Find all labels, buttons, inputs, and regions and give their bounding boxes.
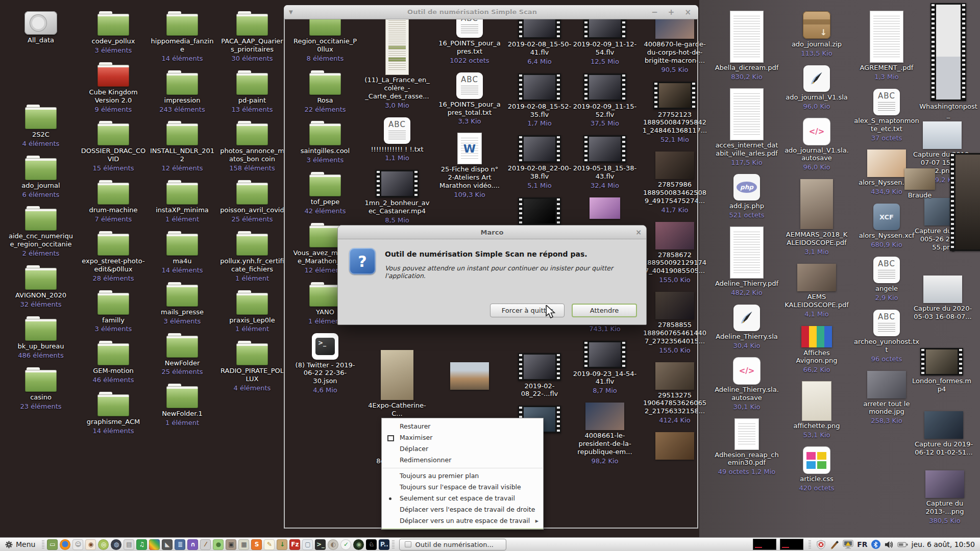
molecules-icon[interactable]: ● (213, 539, 224, 550)
desktop-icon[interactable]: GEM-motion46 éléments (92, 341, 134, 384)
unity-icon[interactable]: ◣ (162, 539, 173, 550)
context-menu-item[interactable]: Toujours sur l'espace de travail visible (382, 482, 543, 493)
desktop-icon[interactable]: 2019-02-09_11-15-52.flv37,5 Mio (572, 73, 638, 128)
desktop-icon[interactable]: affichette.png53,1 Kio (794, 382, 840, 439)
desktop-icon[interactable]: ma4u14 éléments (161, 231, 203, 274)
wait-button[interactable]: Attendre (572, 304, 637, 317)
desktop-icon[interactable]: mails_presse3 éléments (161, 282, 204, 325)
shield-error-icon[interactable] (816, 540, 826, 549)
desktop-icon[interactable]: saintgilles.cool3 éléments (301, 121, 350, 164)
desktop-icon[interactable]: 27752123 188950084795842 1_248461368117.… (642, 82, 707, 144)
desktop-icon[interactable]: 2019-09-23_14-54-41.flv8,7 Mio (572, 341, 638, 395)
desktop-icon[interactable]: Affiches Avignon.png66,2 Kio (784, 326, 849, 374)
desktop-icon[interactable]: article.css420 octets (799, 447, 834, 492)
context-menu-item[interactable]: Maximiser (382, 432, 543, 443)
desktop-icon[interactable]: ado_journal_V1.sla96,0 Kio (786, 65, 848, 111)
desktop-icon[interactable] (450, 362, 489, 390)
desktop-icon[interactable]: INSTALL_NDLR_201212 éléments (150, 121, 215, 172)
firefox-icon[interactable] (60, 539, 70, 550)
horse-icon[interactable]: ♘ (366, 539, 377, 550)
paintbrush-icon[interactable] (829, 540, 839, 549)
context-menu-cutoff-item[interactable] (382, 528, 543, 530)
desktop-icon[interactable]: Capture du 2019-06-12 01-02-51... (913, 411, 975, 457)
desktop-icon[interactable]: instaXP_minima1 élément (156, 180, 209, 223)
desktop-icon[interactable] (590, 197, 620, 219)
desktop-icon[interactable]: 4008670-le-garde-du-corps-hot-de-brigitt… (642, 11, 707, 74)
desktop-icon[interactable] (954, 153, 980, 251)
dialog-close-icon[interactable]: × (631, 228, 646, 236)
desktop-icon[interactable]: Rosa22 éléments (304, 70, 346, 114)
desktop-icon[interactable]: 2019-02-08_22-...flv (507, 353, 572, 398)
file-drawer-icon[interactable]: ▤ (124, 539, 134, 550)
desktop-icon[interactable]: impression243 éléments (159, 70, 205, 114)
desktop-icon[interactable]: Cube Kingdom Version 2.09 éléments (81, 62, 146, 114)
desktop-icon[interactable]: W25-Fiche dispo n° 2-Ateliers Art Marath… (437, 133, 502, 199)
desktop-icon[interactable]: NewFolder.11 élément (162, 384, 203, 427)
music-player-icon[interactable]: ♫ (136, 539, 147, 550)
panel-grip[interactable] (392, 540, 395, 548)
dialog-titlebar[interactable]: Marco × (338, 226, 646, 239)
desktop-icon[interactable]: 2019-02-08_15-52-35.flv1,7 Mio (507, 73, 572, 128)
volume-icon[interactable] (884, 540, 894, 549)
desktop-icon[interactable] (655, 432, 694, 460)
desktop-icon[interactable]: acces_internet_databit_ville_arles.pdf11… (714, 89, 779, 167)
desktop-icon[interactable]: PACA_AAP_Quariers_prioritaires30 élément… (219, 11, 285, 63)
window-titlebar[interactable]: ▼ Outil de numérisation Simple Scan − + … (284, 5, 698, 19)
desktop-icon[interactable]: ado_journal.zip113,5 Kio (792, 11, 842, 58)
desktop-icon[interactable]: ado_journal6 éléments (21, 156, 60, 199)
desktop-icon[interactable]: photos_annonce_matos_bon coin158 élément… (219, 121, 285, 172)
context-menu-item[interactable]: Redimensionner (382, 455, 543, 466)
desktop-icon[interactable] (518, 197, 561, 225)
text-editor-icon[interactable]: ✎ (264, 539, 275, 550)
desktop-icon[interactable]: London_formes.mp4 (911, 348, 973, 393)
screen-reader-icon[interactable]: ☺ (72, 539, 83, 550)
desktop-icon[interactable]: bk_up_bureau486 éléments (17, 316, 64, 360)
window-menu-icon[interactable]: ▼ (289, 9, 293, 15)
window-list-button[interactable]: Outil de numérisation... (399, 539, 506, 550)
globe-icon[interactable]: ◐ (328, 539, 338, 550)
filezilla-icon[interactable]: Fz (289, 539, 300, 550)
desktop-icon[interactable]: casino23 éléments (20, 367, 61, 411)
desktop-icon[interactable]: 27858672 188950092129174 7_40419085505..… (642, 222, 707, 285)
desktop-icon[interactable]: (11)_La_France_en_colère_-_Carte_des_ras… (364, 11, 430, 110)
desktop-icon[interactable]: Adeline_Thierry.sla30,4 Kio (716, 305, 777, 350)
desktop-icon[interactable]: Abella_dicream.pdf830,2 Kio (715, 11, 779, 81)
desktop-icon[interactable]: 2019-05-18_15-38-43.flv32,4 Mio (572, 135, 638, 190)
context-menu-item[interactable]: Déplacer vers un autre espace de travail… (382, 515, 543, 527)
desktop-icon[interactable]: Capture du 2020-05-03 16-08-07... (912, 276, 974, 321)
clementine-icon[interactable]: ◎ (98, 539, 109, 550)
desktop-icon[interactable]: graphisme_ACM14 éléments (87, 392, 140, 435)
desktop-icon[interactable]: Braude (901, 168, 938, 199)
time-tracker-icon[interactable]: ✓ (340, 539, 351, 550)
context-menu-item[interactable]: Seulement sur cet espace de travail (382, 493, 543, 504)
color-picker-icon[interactable] (149, 539, 160, 550)
menu-button[interactable]: Menu (0, 538, 40, 551)
desktop-icon[interactable]: 27857986 188950083462508 9_49175475274..… (642, 152, 707, 214)
desktop-icon[interactable]: 4008661-le-president-de-la-republique-em… (572, 403, 638, 465)
desktop-icon[interactable]: Adhesion_reaap_chemin30.pdf49 octets 1,2… (714, 419, 779, 477)
desktop-icon[interactable]: RADIO_PIRATE_POLLUX4 éléments (219, 341, 285, 392)
p-editor-icon[interactable]: P.. (379, 539, 389, 550)
system-monitor-net[interactable] (780, 539, 803, 550)
desktop-icon[interactable]: NewFolder25 éléments (161, 333, 203, 377)
close-button[interactable]: × (684, 8, 691, 17)
desktop-icon[interactable]: AVIGNON_202032 éléments (15, 265, 66, 309)
desktop-icon[interactable]: AEMMARS_2018_KALEIDOSCOPE.pdf3,1 Mio (784, 179, 849, 256)
desktop-icon[interactable]: drum-machine7 éléments (89, 180, 137, 223)
desktop-icon[interactable]: 1mn_2_bonheur_avec_Castaner.mp48,5 Mio (364, 170, 430, 224)
circuit-icon[interactable]: ▣ (226, 539, 236, 550)
desktop-icon[interactable]: >_(8) Twitter - 2019-06-22 22-36-30.json… (292, 333, 358, 395)
desktop-icon[interactable]: pollux.ynh.fr_certificate_fichiers1 élém… (219, 231, 285, 283)
desktop-icon[interactable]: ABC16_POINTS_pour_apres_total.txt3,3 Kio (437, 72, 502, 126)
bluetooth-icon[interactable] (871, 540, 880, 549)
video-editor-icon[interactable]: ≣ (175, 539, 185, 550)
desktop-icon[interactable]: 27858855 188960765461440 7_27323564015..… (642, 292, 707, 355)
desktop-icon[interactable]: 2S2C4 éléments (22, 105, 60, 148)
minimize-button[interactable]: − (651, 8, 658, 17)
system-monitor-cpu[interactable] (753, 539, 776, 550)
context-menu-item[interactable]: Toujours au premier plan (382, 470, 543, 482)
desktop-icon[interactable]: ABC!!!!!!!!!!!! ! !.txt1,1 Mio (371, 117, 423, 163)
desktop-icon[interactable]: hippomedia_fanzine14 éléments (150, 11, 215, 63)
desktop-icon[interactable]: All_data (24, 11, 57, 44)
desktop-icon[interactable]: pd-paint13 éléments (231, 70, 273, 114)
